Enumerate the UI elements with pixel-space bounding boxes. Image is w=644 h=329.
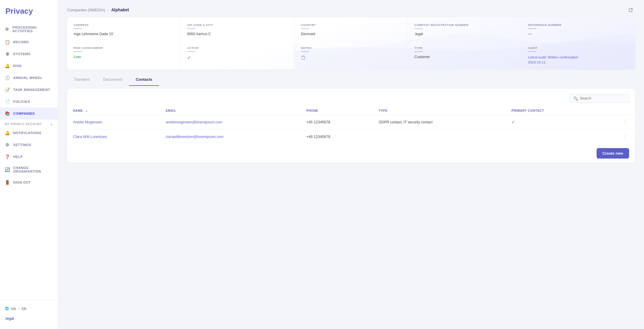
- search-box[interactable]: 🔍: [569, 94, 629, 103]
- sidebar-item-notifications[interactable]: 🔔NOTIFICATIONS: [0, 127, 58, 139]
- field-active-value: ✓: [187, 55, 287, 60]
- search-input[interactable]: [580, 96, 625, 100]
- sidebar-item-help[interactable]: ❓HELP: [0, 151, 58, 163]
- sidebar-item-sign-out[interactable]: 🚪SIGN OUT: [0, 176, 58, 188]
- field-country-label: COUNTRY: [301, 23, 401, 27]
- field-reference-number: REFERENCE NUMBER —: [521, 17, 635, 40]
- field-zip-city-divider: [187, 28, 196, 29]
- sidebar-item-task-management[interactable]: 📝TASK MANAGEMENT: [0, 84, 58, 96]
- lang-da[interactable]: DA: [11, 307, 16, 311]
- contact-actions-0: ⋮: [595, 115, 635, 129]
- sidebar-brand: .legal: [0, 314, 58, 325]
- change-organisation-icon: 🔄: [5, 167, 10, 172]
- help-icon: ❓: [5, 154, 10, 159]
- notifications-icon: 🔔: [5, 130, 10, 136]
- contact-type-1: [373, 129, 505, 144]
- sidebar-item-processing-activities[interactable]: ⚙PROCESSING ACTIVITIES: [0, 22, 58, 36]
- contact-email-0[interactable]: anettemogensen@loremipsum.com: [160, 115, 301, 129]
- tab-documents[interactable]: Documents: [96, 74, 129, 86]
- external-link-button[interactable]: [626, 5, 635, 14]
- sidebar-item-change-organisation[interactable]: 🔄CHANGE ORGANISATION: [0, 163, 58, 176]
- contact-menu-button-1[interactable]: ⋮: [621, 134, 629, 140]
- contacts-toolbar: 🔍: [67, 94, 635, 106]
- field-type-value: Customer: [414, 55, 515, 59]
- breadcrumb: Companies (SMEDIA) › Alphabet: [67, 7, 129, 12]
- field-address-label: ADDRESS: [74, 23, 174, 27]
- policies-icon: 📄: [5, 99, 10, 104]
- sidebar-bottom: 🌐 DA | EN .legal: [0, 300, 58, 329]
- sidebar-item-record[interactable]: 📋RECORD: [0, 36, 58, 48]
- contact-name-0[interactable]: Anette Mogensen: [67, 115, 160, 129]
- table-row: Anette Mogensen anettemogensen@loremipsu…: [67, 115, 635, 129]
- page-header: Companies (SMEDIA) › Alphabet: [58, 0, 644, 17]
- sidebar-item-label-processing-activities: PROCESSING ACTIVITIES: [13, 26, 53, 33]
- col-actions: [595, 106, 635, 115]
- sidebar-item-label-companies: COMPANIES: [13, 112, 35, 115]
- field-address-divider: [74, 28, 82, 29]
- field-address-value: Inge Lehmanns Gade 10: [74, 32, 174, 36]
- field-active-divider: [187, 51, 196, 52]
- sidebar-item-label-annual-wheel: ANNUAL WHEEL: [13, 76, 43, 80]
- field-zip-city-label: ZIP CODE & CITY: [187, 23, 287, 27]
- contact-phone-1: +46 12345678: [300, 129, 373, 144]
- sidebar-nav: ⚙PROCESSING ACTIVITIES📋RECORD🖥SYSTEMS🔔RI…: [0, 21, 58, 300]
- field-notes-divider: [301, 51, 309, 52]
- language-switcher: 🌐 DA | EN: [0, 304, 58, 314]
- field-notes: NOTES 🗒: [294, 40, 408, 69]
- field-reference-number-value: —: [528, 32, 628, 36]
- create-new-button[interactable]: Create new: [597, 148, 629, 159]
- sign-out-icon: 🚪: [5, 180, 10, 185]
- account-section-label: MY PRIVACY ACCOUNT▲: [0, 120, 58, 127]
- col-email: EMAIL: [160, 106, 301, 115]
- sort-name-icon[interactable]: ▲: [85, 109, 88, 112]
- risk-icon: 🔔: [5, 63, 10, 69]
- header-actions: [626, 5, 635, 14]
- contact-actions-1: ⋮: [595, 129, 635, 144]
- sidebar-item-label-settings: SETTINGS: [13, 143, 31, 147]
- contact-primary-1: [505, 129, 595, 144]
- field-notes-label: NOTES: [301, 46, 401, 49]
- task-management-icon: 📝: [5, 87, 10, 92]
- sidebar-item-label-notifications: NOTIFICATIONS: [13, 131, 41, 135]
- contact-phone-0: +45 12345678: [300, 115, 373, 129]
- lang-en[interactable]: EN: [22, 307, 26, 311]
- search-icon: 🔍: [573, 96, 578, 101]
- field-active: ACTIVE ✓: [181, 40, 294, 69]
- contacts-table-body: Anette Mogensen anettemogensen@loremipsu…: [67, 115, 635, 144]
- field-audit-divider: [528, 51, 536, 52]
- sidebar-item-companies[interactable]: 📚COMPANIES: [0, 108, 58, 120]
- tab-transfers[interactable]: Transfers: [67, 74, 96, 86]
- breadcrumb-parent[interactable]: Companies (SMEDIA): [67, 8, 105, 12]
- sidebar-item-annual-wheel[interactable]: 🕐ANNUAL WHEEL: [0, 72, 58, 84]
- tabs-row: Transfers Documents Contacts: [58, 74, 644, 86]
- company-info-card: ADDRESS Inge Lehmanns Gade 10 ZIP CODE &…: [67, 17, 635, 69]
- breadcrumb-current: Alphabet: [111, 7, 129, 12]
- contacts-table-head: NAME ▲ EMAIL PHONE TYPE PRIMARY CONTACT: [67, 106, 635, 115]
- sidebar-item-risk[interactable]: 🔔RISK: [0, 60, 58, 72]
- tab-contacts[interactable]: Contacts: [129, 74, 159, 86]
- field-audit-label: AUDIT: [528, 46, 628, 49]
- processing-activities-icon: ⚙: [5, 27, 10, 32]
- sidebar-item-label-systems: SYSTEMS: [13, 52, 30, 56]
- sidebar-item-label-help: HELP: [13, 155, 23, 159]
- field-audit-value[interactable]: Latest audit: Written confirmation2023-1…: [528, 55, 628, 65]
- contact-email-1[interactable]: clarawittlorentzen@loremipsum.com: [160, 129, 301, 144]
- contact-type-0: GDPR contact, IT security contact: [373, 115, 505, 129]
- globe-icon: 🌐: [5, 307, 9, 311]
- contacts-card: 🔍 NAME ▲ EMAIL PHONE TYPE PRIMARY CONTAC…: [67, 89, 635, 163]
- contact-primary-0: ✓: [505, 115, 595, 129]
- field-notes-value[interactable]: 🗒: [301, 55, 401, 61]
- main-content: Companies (SMEDIA) › Alphabet ADDRESS In…: [58, 0, 644, 329]
- settings-icon: ⚙: [5, 142, 10, 148]
- field-audit: AUDIT Latest audit: Written confirmation…: [521, 40, 635, 69]
- field-reg-number-divider: [414, 28, 423, 29]
- field-risk-divider: [74, 51, 82, 52]
- annual-wheel-icon: 🕐: [5, 75, 10, 80]
- field-type: TYPE Customer: [408, 40, 521, 69]
- sidebar-item-policies[interactable]: 📄POLICIES: [0, 96, 58, 108]
- col-type: TYPE: [373, 106, 505, 115]
- sidebar-item-settings[interactable]: ⚙SETTINGS: [0, 139, 58, 151]
- contact-name-1[interactable]: Clara Witt Lorentzen: [67, 129, 160, 144]
- sidebar-item-systems[interactable]: 🖥SYSTEMS: [0, 48, 58, 60]
- contact-menu-button-0[interactable]: ⋮: [621, 119, 629, 125]
